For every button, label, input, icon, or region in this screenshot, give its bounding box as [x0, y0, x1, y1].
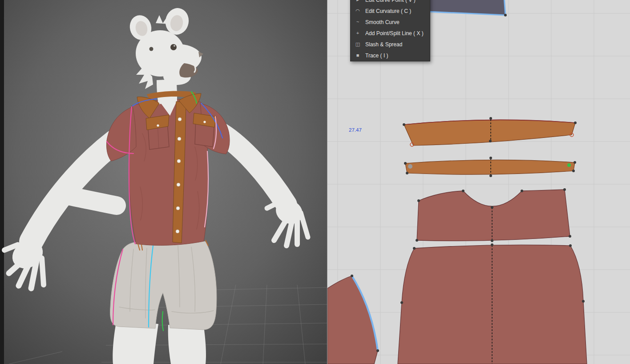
pattern-point[interactable]: [582, 300, 585, 303]
pattern-point[interactable]: [403, 123, 405, 126]
smooth-curve-icon: ~: [353, 16, 362, 28]
pattern-point[interactable]: [462, 190, 464, 192]
menu-item-label: Edit Curve Point ( V ): [365, 0, 416, 3]
pattern-point[interactable]: [573, 161, 576, 164]
edit-context-menu: ▸ Edit Curve Point ( V ) ◠ Edit Curvatur…: [350, 0, 430, 61]
edit-curve-point-icon: ▸: [353, 0, 362, 5]
menu-item-trace[interactable]: ■ Trace ( I ): [351, 50, 430, 61]
right-leg: [168, 325, 206, 364]
pattern-point[interactable]: [489, 140, 492, 142]
right-eye: [170, 44, 177, 50]
menu-item-edit-curve-point[interactable]: ▸ Edit Curve Point ( V ): [351, 0, 430, 5]
pattern-point-green[interactable]: [567, 163, 571, 167]
menu-item-label: Add Point/Split Line ( X ): [365, 30, 424, 36]
pattern-point[interactable]: [563, 188, 566, 191]
menu-item-label: Smooth Curve: [365, 19, 400, 25]
pattern-point-gray[interactable]: [408, 164, 412, 169]
pattern-point[interactable]: [569, 235, 571, 238]
edit-curvature-icon: ◠: [353, 5, 362, 16]
pattern-point[interactable]: [572, 170, 575, 172]
pattern-point[interactable]: [404, 162, 407, 165]
menu-item-smooth-curve[interactable]: ~ Smooth Curve: [351, 16, 430, 28]
pattern-point[interactable]: [376, 349, 379, 352]
pattern-point[interactable]: [491, 206, 493, 209]
trace-icon: ■: [353, 50, 362, 61]
menu-item-edit-curvature[interactable]: ◠ Edit Curvature ( C ): [351, 5, 430, 16]
slash-spread-icon: ◫: [353, 39, 362, 50]
pattern-point[interactable]: [491, 243, 493, 246]
pattern-point[interactable]: [504, 14, 507, 16]
pattern-point[interactable]: [489, 174, 492, 177]
pattern-point[interactable]: [489, 157, 492, 159]
pattern-point[interactable]: [351, 275, 353, 277]
pattern-point[interactable]: [489, 117, 492, 120]
menu-item-add-point-split-line[interactable]: + Add Point/Split Line ( X ): [351, 28, 430, 39]
add-point-split-line-icon: +: [353, 28, 362, 39]
viewport-3d-scene: [0, 0, 327, 364]
viewport-left-edge: [0, 0, 4, 364]
viewport-3d[interactable]: [0, 0, 327, 364]
measurement-label: 27.47: [349, 127, 362, 133]
pattern-point[interactable]: [521, 190, 523, 192]
menu-item-label: Slash & Spread: [365, 41, 402, 48]
menu-item-label: Trace ( I ): [365, 53, 388, 59]
pattern-point[interactable]: [400, 301, 403, 304]
menu-item-label: Edit Curvature ( C ): [365, 8, 411, 14]
pattern-point[interactable]: [569, 244, 572, 247]
menu-item-slash-spread[interactable]: ◫ Slash & Spread: [351, 39, 430, 50]
pattern-point[interactable]: [491, 239, 493, 242]
pattern-piece-bodice[interactable]: [398, 243, 587, 364]
pattern-point[interactable]: [574, 121, 577, 124]
pattern-point[interactable]: [416, 239, 418, 242]
pattern-point[interactable]: [413, 247, 416, 250]
pattern-point[interactable]: [406, 172, 408, 174]
left-eye: [149, 47, 153, 51]
pattern-point[interactable]: [417, 199, 420, 202]
